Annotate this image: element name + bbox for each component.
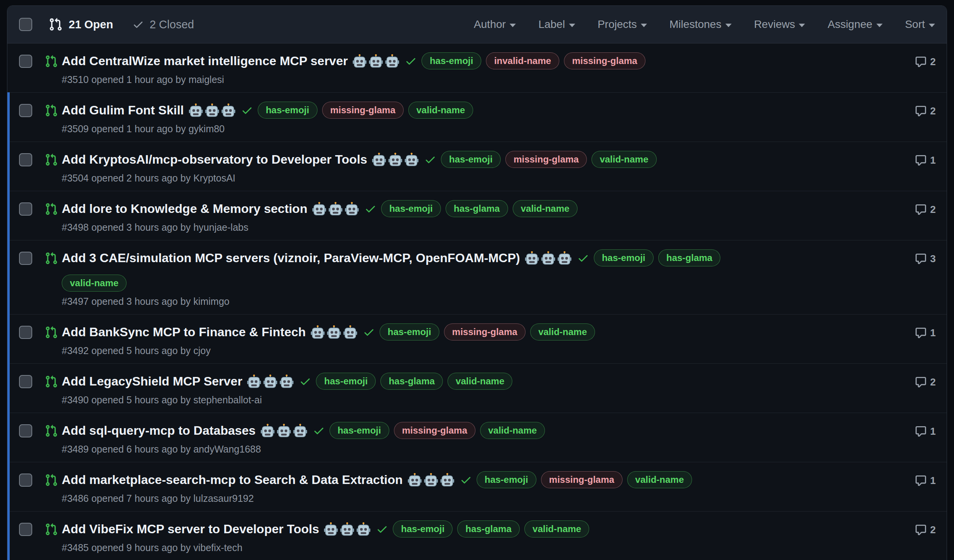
pr-title-link[interactable]: Add VibeFix MCP server to Developer Tool… [62, 520, 319, 538]
label-invalid-name[interactable]: invalid-name [486, 52, 559, 69]
row-select-checkbox[interactable] [19, 474, 32, 487]
label-has-emoji[interactable]: has-emoji [316, 373, 376, 390]
comments-link[interactable]: 1 [906, 425, 936, 437]
row-select-checkbox[interactable] [19, 523, 32, 536]
robot-emoji-icon [372, 152, 386, 167]
comments-link[interactable]: 2 [906, 204, 936, 216]
row-select-checkbox[interactable] [19, 375, 32, 388]
title-line: Add marketplace-search-mcp to Search & D… [62, 471, 745, 489]
label-valid-name[interactable]: valid-name [591, 151, 656, 168]
label-has-glama[interactable]: has-glama [380, 373, 443, 390]
open-pull-request-icon [45, 153, 58, 166]
title-line: Add Gulim Font Skill has-emojimissing-gl… [62, 101, 745, 119]
pr-row: Add sql-query-mcp to Databases has-emoji… [7, 413, 947, 462]
label-has-emoji[interactable]: has-emoji [381, 200, 441, 217]
label-missing-glama[interactable]: missing-glama [394, 422, 475, 439]
status-check-icon [460, 474, 472, 486]
pr-row: Add lore to Knowledge & Memory section h… [7, 191, 947, 240]
robot-emoji-icon [260, 423, 275, 438]
robot-emoji-icon [408, 473, 422, 487]
comments-link[interactable]: 3 [906, 253, 936, 265]
robot-emoji-icon [557, 251, 572, 265]
comments-link[interactable]: 2 [906, 105, 936, 117]
row-select-checkbox[interactable] [19, 424, 32, 437]
label-valid-name[interactable]: valid-name [408, 102, 473, 119]
comment-count: 3 [930, 253, 936, 265]
robot-emoji-icons [372, 152, 419, 167]
label-valid-name[interactable]: valid-name [513, 200, 578, 217]
label-valid-name[interactable]: valid-name [480, 422, 545, 439]
filter-author[interactable]: Author [474, 18, 516, 31]
robot-emoji-icon [221, 103, 236, 118]
comment-icon [915, 524, 927, 536]
title-line: Add sql-query-mcp to Databases has-emoji… [62, 422, 745, 439]
pr-title-link[interactable]: Add BankSync MCP to Finance & Fintech [62, 323, 306, 341]
label-valid-name[interactable]: valid-name [530, 323, 595, 340]
select-all-checkbox[interactable] [19, 18, 32, 31]
comments-link[interactable]: 2 [906, 56, 936, 68]
pr-title-link[interactable]: Add Gulim Font Skill [62, 101, 184, 119]
robot-emoji-icons [247, 374, 294, 389]
row-select-checkbox[interactable] [19, 55, 32, 68]
filter-assignee[interactable]: Assignee [827, 18, 882, 31]
pr-title-link[interactable]: Add lore to Knowledge & Memory section [62, 200, 307, 218]
label-has-glama[interactable]: has-glama [658, 249, 721, 266]
row-select-checkbox[interactable] [19, 202, 32, 216]
filter-projects[interactable]: Projects [598, 18, 647, 31]
label-missing-glama[interactable]: missing-glama [322, 102, 404, 119]
label-missing-glama[interactable]: missing-glama [564, 52, 645, 69]
robot-emoji-icon [312, 202, 326, 216]
pr-title-link[interactable]: Add 3 CAE/simulation MCP servers (viznoi… [62, 249, 520, 267]
label-valid-name[interactable]: valid-name [62, 275, 127, 292]
label-valid-name[interactable]: valid-name [524, 520, 589, 538]
pr-title-link[interactable]: Add LegacyShield MCP Server [62, 372, 242, 390]
chevron-down-icon [725, 24, 732, 27]
pr-title-link[interactable]: Add sql-query-mcp to Databases [62, 422, 256, 439]
label-valid-name[interactable]: valid-name [448, 373, 512, 390]
label-has-emoji[interactable]: has-emoji [380, 323, 439, 340]
label-missing-glama[interactable]: missing-glama [505, 151, 587, 168]
robot-emoji-icon [440, 473, 454, 487]
label-has-emoji[interactable]: has-emoji [393, 520, 453, 538]
label-valid-name[interactable]: valid-name [627, 471, 692, 488]
row-select-checkbox[interactable] [19, 326, 32, 339]
status-check-icon [577, 252, 589, 264]
title-line: Add 3 CAE/simulation MCP servers (viznoi… [62, 249, 745, 292]
comments-link[interactable]: 2 [906, 376, 936, 388]
open-tab[interactable]: 21 Open [49, 17, 113, 31]
label-has-emoji[interactable]: has-emoji [421, 52, 481, 69]
label-missing-glama[interactable]: missing-glama [444, 323, 526, 340]
closed-tab[interactable]: 2 Closed [132, 18, 194, 31]
comments-link[interactable]: 1 [906, 327, 936, 339]
comments-link[interactable]: 1 [906, 475, 936, 487]
unread-indicator [7, 462, 10, 512]
label-has-glama[interactable]: has-glama [446, 200, 508, 217]
robot-emoji-icons [260, 423, 307, 438]
pr-title-link[interactable]: Add KryptosAI/mcp-observatory to Develop… [62, 150, 367, 168]
row-select-checkbox[interactable] [19, 104, 32, 117]
robot-emoji-icon [328, 202, 343, 216]
filter-milestones[interactable]: Milestones [670, 18, 732, 31]
comments-link[interactable]: 1 [906, 154, 936, 166]
pr-row: Add 3 CAE/simulation MCP servers (viznoi… [7, 240, 947, 315]
row-select-checkbox[interactable] [19, 252, 32, 265]
robot-emoji-icons [525, 251, 572, 265]
label-has-emoji[interactable]: has-emoji [258, 102, 317, 119]
pr-title-link[interactable]: Add marketplace-search-mcp to Search & D… [62, 471, 403, 489]
label-has-emoji[interactable]: has-emoji [330, 422, 389, 439]
row-select-checkbox[interactable] [19, 153, 32, 166]
pr-title-link[interactable]: Add CentralWize market intelligence MCP … [62, 52, 348, 70]
filter-reviews[interactable]: Reviews [754, 18, 805, 31]
label-missing-glama[interactable]: missing-glama [541, 471, 623, 488]
label-has-glama[interactable]: has-glama [457, 520, 520, 538]
label-has-emoji[interactable]: has-emoji [477, 471, 536, 488]
filter-label[interactable]: Label [538, 18, 575, 31]
comments-link[interactable]: 2 [906, 524, 936, 536]
comment-count: 2 [930, 56, 936, 68]
comment-icon [915, 204, 927, 216]
comment-count: 1 [930, 154, 936, 166]
label-has-emoji[interactable]: has-emoji [441, 151, 501, 168]
label-has-emoji[interactable]: has-emoji [594, 249, 654, 266]
chevron-down-icon [641, 24, 647, 27]
filter-sort[interactable]: Sort [905, 18, 935, 31]
